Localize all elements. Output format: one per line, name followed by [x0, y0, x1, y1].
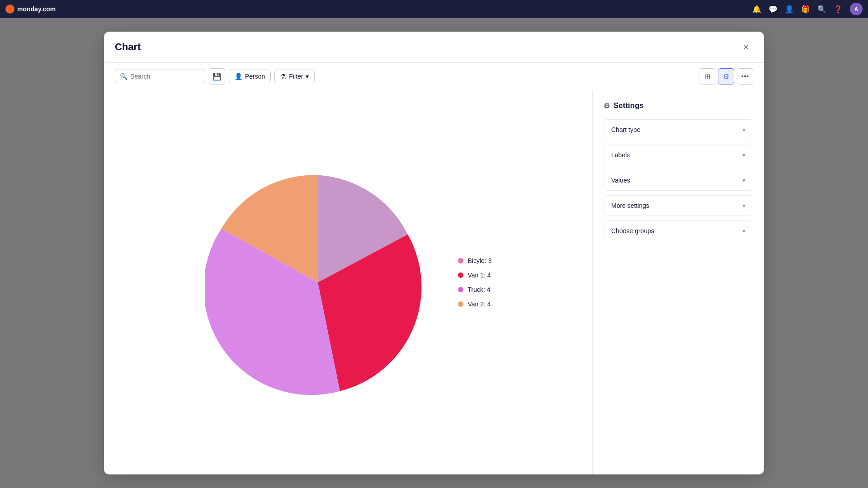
app-name: monday.com	[17, 5, 56, 13]
modal-title: Chart	[115, 41, 739, 53]
settings-panel: ⚙ Settings Chart type ▾ Labels ▾	[592, 90, 764, 474]
logo-icon	[5, 5, 14, 14]
bicycle-legend-label: Bicyle: 3	[468, 257, 492, 264]
topbar-icons: 🔔 💬 👤 🎁 🔍 ❓ A	[752, 3, 863, 15]
filter-chevron-icon: ▾	[306, 73, 309, 80]
truck-legend-label: Truck: 4	[468, 286, 491, 293]
settings-heading: Settings	[613, 101, 644, 110]
settings-toggle-button[interactable]: ⚙	[718, 68, 734, 84]
more-options-button[interactable]: •••	[737, 68, 753, 84]
chart-type-label: Chart type	[611, 126, 641, 133]
list-item: Van 2: 4	[458, 300, 492, 308]
search-topbar-icon[interactable]: 🔍	[817, 5, 826, 14]
search-input[interactable]	[130, 73, 200, 80]
more-settings-header[interactable]: More settings ▾	[604, 196, 753, 216]
more-settings-chevron-icon: ▾	[742, 202, 745, 209]
choose-groups-label: Choose groups	[611, 227, 654, 235]
list-item: Bicyle: 3	[458, 257, 492, 264]
labels-header[interactable]: Labels ▾	[604, 145, 753, 165]
layout-icon: ⊞	[704, 72, 710, 81]
modal-header: Chart ×	[104, 32, 764, 63]
search-icon: 🔍	[120, 73, 127, 80]
more-settings-accordion: More settings ▾	[604, 195, 753, 216]
bell-icon[interactable]: 🔔	[752, 5, 761, 14]
choose-groups-header[interactable]: Choose groups ▾	[604, 221, 753, 241]
values-header[interactable]: Values ▾	[604, 170, 753, 190]
gear-icon: ⚙	[723, 72, 729, 81]
list-item: Truck: 4	[458, 286, 492, 293]
modal-toolbar: 🔍 💾 👤 Person ⚗ Filter ▾ ⊞ ⚙	[104, 63, 764, 90]
toolbar-right: ⊞ ⚙ •••	[699, 68, 753, 84]
chat-icon[interactable]: 💬	[769, 5, 778, 14]
values-accordion: Values ▾	[604, 170, 753, 191]
app-logo[interactable]: monday.com	[5, 5, 56, 14]
filter-button[interactable]: ⚗ Filter ▾	[274, 70, 315, 83]
gift-icon[interactable]: 🎁	[801, 5, 810, 14]
labels-accordion: Labels ▾	[604, 145, 753, 165]
choose-groups-chevron-icon: ▾	[742, 227, 745, 235]
pie-svg	[205, 169, 431, 395]
van1-legend-label: Van 1: 4	[468, 272, 491, 279]
values-chevron-icon: ▾	[742, 177, 745, 184]
chart-area: Bicyle: 3 Van 1: 4 Truck: 4 Van 2:	[104, 90, 592, 474]
layout-button[interactable]: ⊞	[699, 68, 715, 84]
chart-legend: Bicyle: 3 Van 1: 4 Truck: 4 Van 2:	[458, 257, 492, 308]
modal-body: Bicyle: 3 Van 1: 4 Truck: 4 Van 2:	[104, 90, 764, 474]
list-item: Van 1: 4	[458, 272, 492, 279]
chart-type-header[interactable]: Chart type ▾	[604, 120, 753, 140]
labels-label: Labels	[611, 151, 630, 159]
avatar[interactable]: A	[850, 3, 863, 15]
van2-legend-dot	[458, 301, 463, 307]
values-label: Values	[611, 177, 630, 184]
save-icon: 💾	[212, 72, 222, 81]
settings-title: ⚙ Settings	[604, 101, 753, 110]
modal-overlay: Chart × 🔍 💾 👤 Person ⚗ Filter ▾	[0, 18, 868, 488]
person-button[interactable]: 👤 Person	[229, 70, 271, 83]
chart-type-accordion: Chart type ▾	[604, 119, 753, 140]
pie-chart	[205, 169, 431, 395]
bicycle-legend-dot	[458, 258, 463, 263]
search-box[interactable]: 🔍	[115, 70, 205, 83]
person-label: Person	[245, 73, 265, 80]
more-settings-label: More settings	[611, 202, 649, 209]
close-button[interactable]: ×	[739, 40, 753, 54]
van2-legend-label: Van 2: 4	[468, 300, 491, 308]
chart-container: Bicyle: 3 Van 1: 4 Truck: 4 Van 2:	[205, 169, 492, 395]
settings-gear-icon: ⚙	[604, 102, 610, 110]
filter-label: Filter	[289, 73, 303, 80]
help-icon[interactable]: ❓	[834, 5, 843, 14]
more-icon: •••	[741, 72, 749, 80]
truck-legend-dot	[458, 287, 463, 292]
person-icon: 👤	[235, 73, 242, 80]
chart-type-chevron-icon: ▾	[742, 126, 745, 133]
profile-icon[interactable]: 👤	[785, 5, 794, 14]
chart-modal: Chart × 🔍 💾 👤 Person ⚗ Filter ▾	[104, 32, 764, 474]
save-button[interactable]: 💾	[209, 68, 225, 84]
topbar: monday.com 🔔 💬 👤 🎁 🔍 ❓ A	[0, 0, 868, 18]
choose-groups-accordion: Choose groups ▾	[604, 221, 753, 241]
filter-icon: ⚗	[280, 73, 286, 80]
labels-chevron-icon: ▾	[742, 151, 745, 159]
van1-legend-dot	[458, 272, 463, 278]
